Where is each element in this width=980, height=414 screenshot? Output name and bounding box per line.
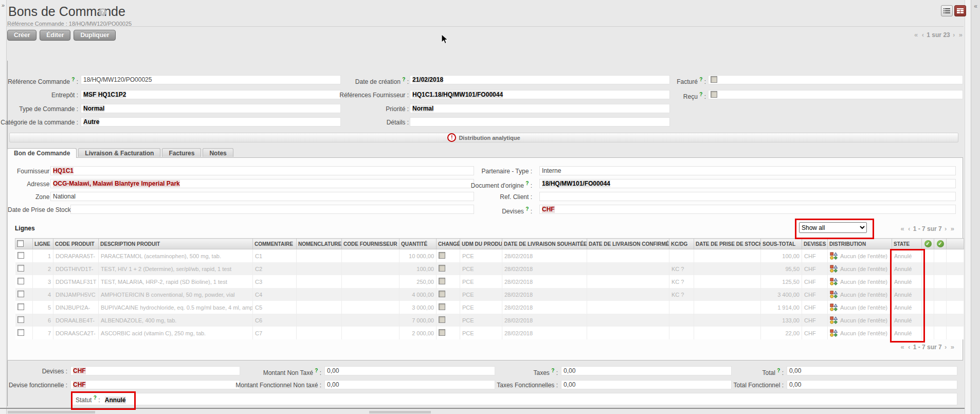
stock-take-date-label: Date de Prise de Stock: [8, 205, 64, 213]
invoiced-checkbox[interactable]: [711, 76, 717, 83]
cell-select: [15, 288, 33, 301]
right-panel-collapser[interactable]: «: [971, 0, 980, 414]
tab-notes[interactable]: Notes: [203, 148, 233, 157]
totals-currency-label: Devises: [0, 366, 67, 375]
changed-checkbox[interactable]: [439, 265, 445, 272]
client-ref-field[interactable]: [539, 192, 956, 201]
priority-field[interactable]: Normal: [410, 104, 670, 113]
changed-checkbox[interactable]: [439, 329, 445, 336]
reference-field[interactable]: 18/HQ/MW120/PO00025: [81, 75, 341, 84]
cell-stock_take: [694, 301, 761, 314]
tab-factures[interactable]: Factures: [162, 148, 201, 157]
pager-last-icon[interactable]: »: [951, 343, 954, 351]
warehouse-field[interactable]: MSF HQ1C1P2: [81, 90, 341, 99]
total-field[interactable]: 0,00: [787, 366, 957, 375]
cell-no: 2: [33, 262, 53, 275]
row-select-checkbox[interactable]: [17, 252, 24, 259]
title-help-icon[interactable]: ?: [99, 8, 106, 16]
column-header: DATE DE LIVRAISON SOUHAITÉE: [502, 239, 587, 249]
cell-distribution: Aucun (de l'entête): [828, 262, 892, 275]
cell-nomenclature: [297, 275, 342, 288]
confirm-column-header: ✓: [934, 239, 947, 249]
cell-description: ASCORBIC acid (vitamin C), 250 mg, tab.: [99, 327, 253, 339]
pager-first-icon[interactable]: «: [914, 31, 918, 39]
edit-button[interactable]: Éditer: [40, 30, 70, 41]
select-all-header[interactable]: [15, 239, 33, 249]
row-select-checkbox[interactable]: [17, 278, 24, 284]
taxes-field[interactable]: 0,00: [561, 366, 732, 375]
supplier-ref-field[interactable]: HQ1C1.18/HQ/MW101/FO00044: [410, 90, 670, 99]
supplier-field[interactable]: HQ1C1: [50, 166, 474, 175]
cell-code: DINJAMPH5VC: [53, 288, 99, 301]
pager-prev-icon[interactable]: ‹: [908, 343, 910, 351]
left-panel-expander[interactable]: »: [0, 0, 7, 414]
pager-next-icon[interactable]: ›: [953, 31, 955, 39]
row-select-checkbox[interactable]: [17, 265, 24, 272]
cell-uom: PCE: [460, 249, 502, 263]
changed-checkbox[interactable]: [439, 316, 445, 323]
field-row: Fournisseur HQ1C1: [8, 166, 486, 176]
row-select-checkbox[interactable]: [17, 329, 24, 336]
tab-livraison-facturation[interactable]: Livraison & Facturation: [78, 148, 160, 157]
func-taxes-field[interactable]: 0,00: [561, 380, 732, 389]
stock-take-date-field[interactable]: [70, 205, 474, 214]
select-all-checkbox[interactable]: [17, 240, 24, 247]
action-buttons: Créer Éditer Dupliquer: [7, 30, 116, 41]
pager-next-icon[interactable]: ›: [945, 343, 947, 351]
row-select-checkbox[interactable]: [17, 316, 24, 323]
record-pager: « ‹ 1 sur 23 › »: [913, 31, 964, 39]
form-view-button[interactable]: [954, 5, 966, 16]
currency-field[interactable]: CHF: [539, 205, 956, 214]
cell-qty: 2 000,00: [400, 327, 437, 339]
list-view-button[interactable]: [941, 5, 953, 16]
cell-qty: 7 000,00: [400, 314, 437, 327]
func-currency-field[interactable]: CHF: [70, 380, 240, 389]
cell-select: [15, 301, 33, 314]
totals-currency-field[interactable]: CHF: [70, 366, 240, 375]
row-select-checkbox[interactable]: [17, 303, 24, 310]
changed-checkbox[interactable]: [439, 278, 445, 284]
analytic-distribution-section-toggle[interactable]: ! Distribution analytique: [9, 133, 958, 142]
untaxed-field[interactable]: 0,00: [324, 366, 495, 375]
cell-stock_take: [694, 262, 761, 275]
analytic-distribution-icon: [830, 303, 838, 311]
cell-code: DDGTMALF31T: [53, 275, 99, 288]
cell-supplier_code: [342, 327, 400, 339]
order-type-field[interactable]: Normal: [81, 104, 341, 113]
distribution-text: Aucun (de l'entête): [840, 279, 887, 285]
changed-checkbox[interactable]: [439, 291, 445, 297]
duplicate-button[interactable]: Dupliquer: [74, 30, 116, 41]
partner-type-field[interactable]: Interne: [539, 166, 956, 175]
create-button[interactable]: Créer: [7, 30, 37, 41]
changed-checkbox[interactable]: [439, 252, 445, 259]
category-field[interactable]: Autre: [81, 117, 341, 127]
cell-select: [15, 262, 33, 275]
pager-next-icon[interactable]: ›: [945, 225, 947, 232]
cell-comment: C4: [253, 288, 297, 301]
green-check-icon[interactable]: ✓: [937, 240, 944, 247]
address-field[interactable]: OCG-Malawi, Malawi Blantyre Imperial Par…: [50, 179, 474, 188]
field-row: Partenaire - Type Interne: [434, 166, 959, 176]
row-select-checkbox[interactable]: [17, 291, 24, 297]
pager-prev-icon[interactable]: ‹: [908, 225, 910, 232]
pager-first-icon[interactable]: «: [900, 343, 904, 351]
creation-date-field[interactable]: 21/02/2018: [410, 75, 670, 84]
green-check-icon[interactable]: ✓: [924, 240, 932, 247]
pager-last-icon[interactable]: »: [959, 31, 963, 39]
list-icon: [943, 8, 950, 14]
tab-bon-de-commande[interactable]: Bon de Commande: [7, 148, 77, 158]
func-total-field[interactable]: 0,00: [787, 380, 957, 389]
pager-prev-icon[interactable]: ‹: [922, 31, 924, 39]
origin-field[interactable]: 18/HQ/MW101/FO00044: [539, 179, 956, 188]
received-checkbox[interactable]: [711, 91, 717, 98]
changed-checkbox[interactable]: [439, 303, 445, 310]
zone-field[interactable]: National: [50, 192, 474, 201]
func-currency-label: Devise fonctionnelle: [0, 380, 67, 389]
details-field[interactable]: [410, 117, 670, 127]
pager-first-icon[interactable]: «: [900, 225, 904, 232]
invoiced-label: Facturé ?: [671, 75, 706, 85]
taxes-label: Taxes ?: [488, 366, 558, 376]
pager-last-icon[interactable]: »: [951, 225, 954, 232]
cell-empty: [947, 301, 964, 314]
func-untaxed-field[interactable]: 0,00: [324, 380, 495, 389]
